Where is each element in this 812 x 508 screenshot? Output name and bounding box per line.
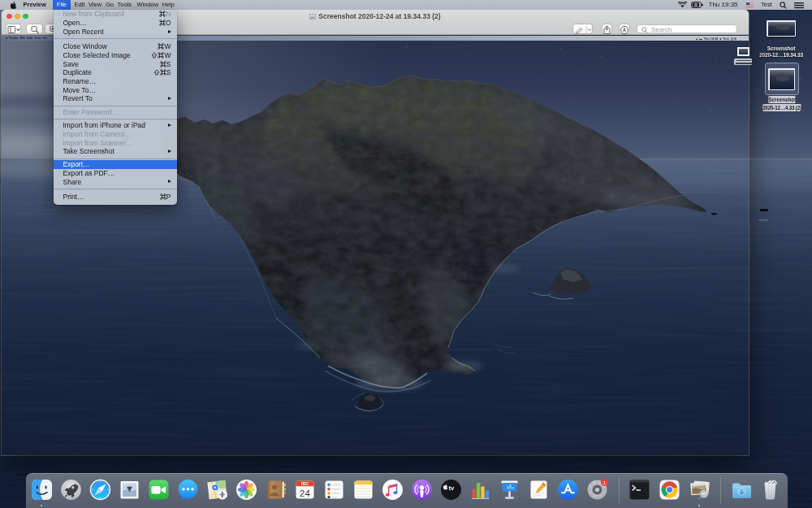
svg-text:tv: tv [448,484,455,492]
svg-text:24: 24 [300,488,310,498]
svg-text:DEC: DEC [300,482,309,486]
